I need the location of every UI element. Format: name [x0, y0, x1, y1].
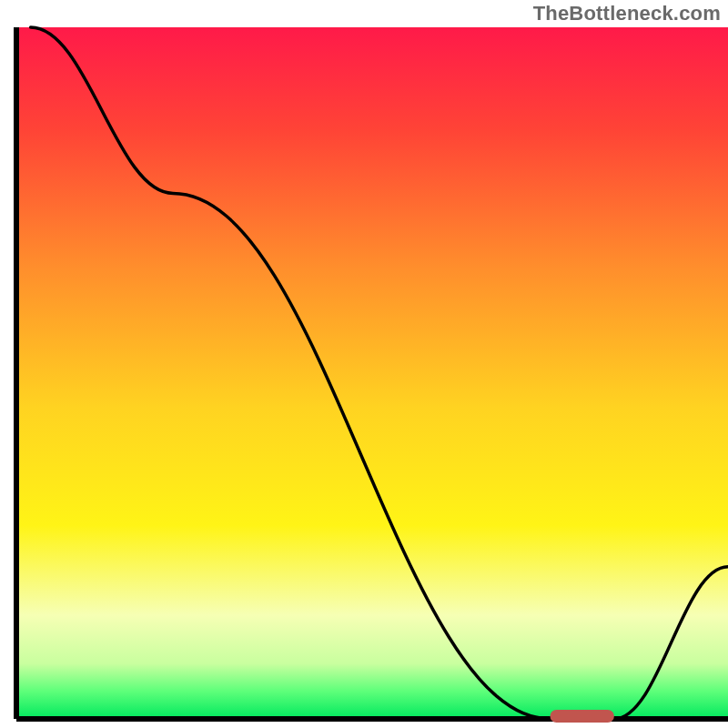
plot-background: [16, 27, 728, 719]
watermark-text: TheBottleneck.com: [533, 2, 721, 25]
chart-stage: TheBottleneck.com: [0, 0, 728, 728]
minimum-marker: [551, 710, 614, 723]
chart-svg: [0, 0, 728, 728]
